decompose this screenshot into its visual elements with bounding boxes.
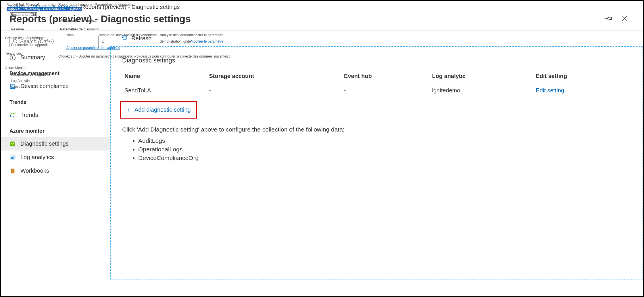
breadcrumb-current: Reports (preview) - Diagnostic settings xyxy=(81,4,180,10)
col-eventhub: Event hub xyxy=(342,69,430,83)
sidebar-item-label: Trends xyxy=(20,112,38,118)
col-loganalytic: Log analytic xyxy=(430,69,534,83)
svg-point-2 xyxy=(13,39,16,42)
svg-rect-16 xyxy=(14,157,14,159)
sidebar-item-label: Summary xyxy=(20,54,45,61)
refresh-button[interactable]: Refresh xyxy=(131,35,151,42)
list-item: DeviceComplianceOrg xyxy=(138,154,631,162)
main-content: Refresh Diagnostic settings Name Storage… xyxy=(110,31,643,291)
breadcrumb: Home › Microsoft Intune › Reports (previ… xyxy=(1,1,643,12)
edit-setting-link[interactable]: Edit setting xyxy=(536,87,564,94)
search-input-container[interactable] xyxy=(9,36,99,47)
col-storage: Storage account xyxy=(207,69,342,83)
sidebar-group-azmon: Azure monitor xyxy=(1,122,110,137)
sidebar-item-label: Diagnostic settings xyxy=(20,140,69,147)
search-input[interactable] xyxy=(20,39,95,45)
log-analytics-icon xyxy=(9,154,16,161)
cell-storage: - xyxy=(207,83,342,98)
cell-eventhub: - xyxy=(342,83,430,98)
chevron-right-icon: › xyxy=(76,4,78,10)
search-icon xyxy=(13,39,18,45)
table-row: SendToLA - - ignitedemo Edit setting xyxy=(122,83,631,98)
add-diagnostic-label: Add diagnostic setting xyxy=(134,106,191,113)
sidebar-item-log-analytics[interactable]: Log analytics xyxy=(1,151,110,164)
page-title: Reports (preview) - Diagnostic settings xyxy=(9,13,191,24)
toolbar: Refresh xyxy=(110,31,643,46)
log-list: AuditLogs OperationalLogs DeviceComplian… xyxy=(122,136,631,162)
diagnostic-icon xyxy=(9,141,16,147)
workbooks-icon xyxy=(9,168,16,174)
svg-line-3 xyxy=(16,42,17,43)
helper-text: Click 'Add Diagnostic setting' above to … xyxy=(122,126,631,133)
svg-rect-18 xyxy=(11,168,12,173)
list-item: AuditLogs xyxy=(138,136,631,145)
sidebar: « Summary Device management Device compl… xyxy=(1,31,110,291)
chevron-right-icon: › xyxy=(28,4,30,10)
device-icon xyxy=(9,83,16,90)
svg-rect-15 xyxy=(12,157,13,159)
svg-point-6 xyxy=(13,56,13,56)
svg-rect-7 xyxy=(11,84,15,87)
refresh-icon[interactable] xyxy=(122,35,128,42)
cell-name: SendToLA xyxy=(122,83,207,98)
breadcrumb-home[interactable]: Home xyxy=(9,4,25,10)
list-item: OperationalLogs xyxy=(138,145,631,154)
breadcrumb-intune[interactable]: Microsoft Intune xyxy=(32,4,73,10)
info-icon xyxy=(9,54,16,61)
col-edit: Edit setting xyxy=(533,69,631,83)
add-diagnostic-setting-button[interactable]: ＋ Add diagnostic setting xyxy=(120,101,197,119)
page-header: Reports (preview) - Diagnostic settings xyxy=(1,12,643,31)
sidebar-item-trends[interactable]: Trends xyxy=(1,108,110,122)
col-name: Name xyxy=(122,69,207,83)
svg-rect-14 xyxy=(11,157,12,159)
sidebar-group-trends: Trends xyxy=(1,93,110,108)
sidebar-item-workbooks[interactable]: Workbooks xyxy=(1,164,110,178)
collapse-sidebar-icon[interactable]: « xyxy=(99,39,104,44)
diagnostic-panel: Diagnostic settings Name Storage account… xyxy=(110,46,643,279)
pin-icon[interactable] xyxy=(605,14,613,23)
sidebar-item-label: Device compliance xyxy=(20,83,69,90)
sidebar-item-diagnostic-settings[interactable]: Diagnostic settings xyxy=(1,137,110,151)
sidebar-item-label: Log analytics xyxy=(20,154,54,161)
diagnostic-table: Name Storage account Event hub Log analy… xyxy=(122,69,631,98)
close-icon[interactable] xyxy=(621,14,629,23)
plus-icon: ＋ xyxy=(126,106,132,114)
sidebar-item-device-compliance[interactable]: Device compliance xyxy=(1,79,110,93)
cell-loganalytic: ignitedemo xyxy=(430,83,534,98)
sidebar-item-label: Workbooks xyxy=(20,167,49,174)
trends-icon xyxy=(9,112,16,118)
sidebar-item-summary[interactable]: Summary xyxy=(1,51,110,64)
section-title: Diagnostic settings xyxy=(122,52,631,68)
sidebar-group-device: Device management xyxy=(1,64,110,79)
